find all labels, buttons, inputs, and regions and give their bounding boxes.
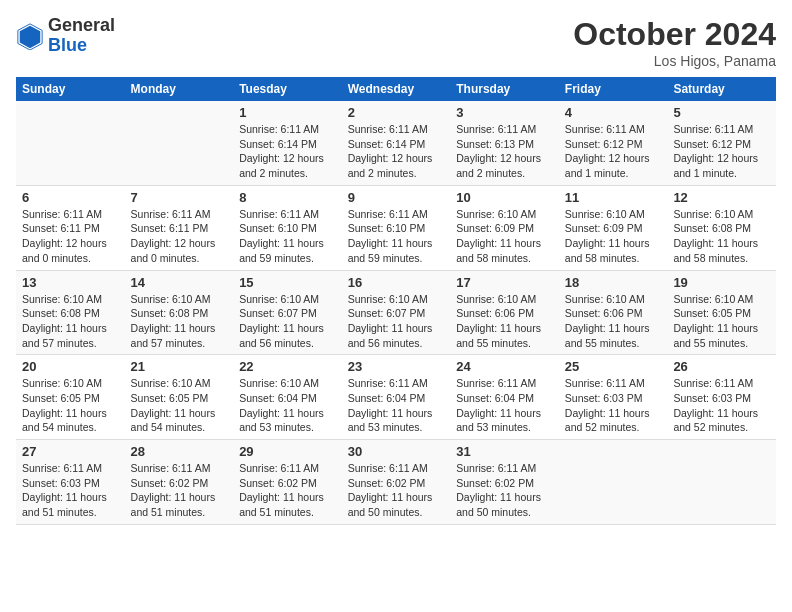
day-number: 16 xyxy=(348,275,445,290)
day-info: Sunrise: 6:11 AMSunset: 6:04 PMDaylight:… xyxy=(456,376,553,435)
day-info: Sunrise: 6:10 AMSunset: 6:08 PMDaylight:… xyxy=(22,292,119,351)
day-info: Sunrise: 6:10 AMSunset: 6:04 PMDaylight:… xyxy=(239,376,336,435)
day-number: 2 xyxy=(348,105,445,120)
calendar-cell: 21Sunrise: 6:10 AMSunset: 6:05 PMDayligh… xyxy=(125,355,234,440)
day-number: 4 xyxy=(565,105,662,120)
calendar-cell: 29Sunrise: 6:11 AMSunset: 6:02 PMDayligh… xyxy=(233,440,342,525)
day-number: 3 xyxy=(456,105,553,120)
calendar-cell: 1Sunrise: 6:11 AMSunset: 6:14 PMDaylight… xyxy=(233,101,342,185)
day-number: 7 xyxy=(131,190,228,205)
day-number: 21 xyxy=(131,359,228,374)
svg-marker-0 xyxy=(20,26,41,48)
calendar-week-row: 27Sunrise: 6:11 AMSunset: 6:03 PMDayligh… xyxy=(16,440,776,525)
calendar-cell: 13Sunrise: 6:10 AMSunset: 6:08 PMDayligh… xyxy=(16,270,125,355)
calendar-cell xyxy=(667,440,776,525)
calendar-cell: 12Sunrise: 6:10 AMSunset: 6:08 PMDayligh… xyxy=(667,185,776,270)
calendar-cell: 2Sunrise: 6:11 AMSunset: 6:14 PMDaylight… xyxy=(342,101,451,185)
calendar-cell xyxy=(16,101,125,185)
calendar-cell: 24Sunrise: 6:11 AMSunset: 6:04 PMDayligh… xyxy=(450,355,559,440)
day-info: Sunrise: 6:11 AMSunset: 6:02 PMDaylight:… xyxy=(348,461,445,520)
calendar-cell: 30Sunrise: 6:11 AMSunset: 6:02 PMDayligh… xyxy=(342,440,451,525)
day-info: Sunrise: 6:11 AMSunset: 6:03 PMDaylight:… xyxy=(22,461,119,520)
calendar-body: 1Sunrise: 6:11 AMSunset: 6:14 PMDaylight… xyxy=(16,101,776,524)
calendar-week-row: 6Sunrise: 6:11 AMSunset: 6:11 PMDaylight… xyxy=(16,185,776,270)
day-number: 14 xyxy=(131,275,228,290)
day-info: Sunrise: 6:11 AMSunset: 6:04 PMDaylight:… xyxy=(348,376,445,435)
day-info: Sunrise: 6:10 AMSunset: 6:06 PMDaylight:… xyxy=(565,292,662,351)
day-info: Sunrise: 6:11 AMSunset: 6:02 PMDaylight:… xyxy=(131,461,228,520)
calendar-cell: 16Sunrise: 6:10 AMSunset: 6:07 PMDayligh… xyxy=(342,270,451,355)
weekday-header: Saturday xyxy=(667,77,776,101)
day-number: 11 xyxy=(565,190,662,205)
calendar-cell: 5Sunrise: 6:11 AMSunset: 6:12 PMDaylight… xyxy=(667,101,776,185)
day-number: 27 xyxy=(22,444,119,459)
day-number: 5 xyxy=(673,105,770,120)
day-info: Sunrise: 6:10 AMSunset: 6:05 PMDaylight:… xyxy=(131,376,228,435)
day-number: 29 xyxy=(239,444,336,459)
day-number: 12 xyxy=(673,190,770,205)
day-info: Sunrise: 6:11 AMSunset: 6:12 PMDaylight:… xyxy=(565,122,662,181)
day-number: 22 xyxy=(239,359,336,374)
calendar-cell xyxy=(559,440,668,525)
day-number: 10 xyxy=(456,190,553,205)
day-number: 15 xyxy=(239,275,336,290)
title-block: October 2024 Los Higos, Panama xyxy=(573,16,776,69)
day-number: 31 xyxy=(456,444,553,459)
calendar-cell: 23Sunrise: 6:11 AMSunset: 6:04 PMDayligh… xyxy=(342,355,451,440)
calendar-week-row: 20Sunrise: 6:10 AMSunset: 6:05 PMDayligh… xyxy=(16,355,776,440)
day-number: 13 xyxy=(22,275,119,290)
day-info: Sunrise: 6:11 AMSunset: 6:14 PMDaylight:… xyxy=(348,122,445,181)
calendar-cell: 28Sunrise: 6:11 AMSunset: 6:02 PMDayligh… xyxy=(125,440,234,525)
weekday-header: Friday xyxy=(559,77,668,101)
calendar-cell: 14Sunrise: 6:10 AMSunset: 6:08 PMDayligh… xyxy=(125,270,234,355)
calendar-week-row: 1Sunrise: 6:11 AMSunset: 6:14 PMDaylight… xyxy=(16,101,776,185)
calendar-cell: 3Sunrise: 6:11 AMSunset: 6:13 PMDaylight… xyxy=(450,101,559,185)
day-info: Sunrise: 6:11 AMSunset: 6:03 PMDaylight:… xyxy=(673,376,770,435)
day-number: 26 xyxy=(673,359,770,374)
weekday-header: Monday xyxy=(125,77,234,101)
calendar-cell xyxy=(125,101,234,185)
day-number: 30 xyxy=(348,444,445,459)
day-info: Sunrise: 6:11 AMSunset: 6:02 PMDaylight:… xyxy=(456,461,553,520)
day-info: Sunrise: 6:11 AMSunset: 6:14 PMDaylight:… xyxy=(239,122,336,181)
logo: General Blue xyxy=(16,16,115,56)
calendar-cell: 7Sunrise: 6:11 AMSunset: 6:11 PMDaylight… xyxy=(125,185,234,270)
day-info: Sunrise: 6:10 AMSunset: 6:05 PMDaylight:… xyxy=(673,292,770,351)
calendar-week-row: 13Sunrise: 6:10 AMSunset: 6:08 PMDayligh… xyxy=(16,270,776,355)
page-header: General Blue October 2024 Los Higos, Pan… xyxy=(16,16,776,69)
day-info: Sunrise: 6:10 AMSunset: 6:09 PMDaylight:… xyxy=(565,207,662,266)
day-number: 17 xyxy=(456,275,553,290)
weekday-header: Thursday xyxy=(450,77,559,101)
day-info: Sunrise: 6:10 AMSunset: 6:09 PMDaylight:… xyxy=(456,207,553,266)
calendar-cell: 15Sunrise: 6:10 AMSunset: 6:07 PMDayligh… xyxy=(233,270,342,355)
calendar-cell: 22Sunrise: 6:10 AMSunset: 6:04 PMDayligh… xyxy=(233,355,342,440)
calendar-cell: 27Sunrise: 6:11 AMSunset: 6:03 PMDayligh… xyxy=(16,440,125,525)
day-info: Sunrise: 6:11 AMSunset: 6:02 PMDaylight:… xyxy=(239,461,336,520)
day-info: Sunrise: 6:11 AMSunset: 6:10 PMDaylight:… xyxy=(239,207,336,266)
day-number: 25 xyxy=(565,359,662,374)
day-info: Sunrise: 6:11 AMSunset: 6:11 PMDaylight:… xyxy=(22,207,119,266)
day-info: Sunrise: 6:11 AMSunset: 6:11 PMDaylight:… xyxy=(131,207,228,266)
logo-text: General Blue xyxy=(48,16,115,56)
day-number: 20 xyxy=(22,359,119,374)
day-info: Sunrise: 6:10 AMSunset: 6:07 PMDaylight:… xyxy=(239,292,336,351)
day-info: Sunrise: 6:11 AMSunset: 6:12 PMDaylight:… xyxy=(673,122,770,181)
calendar-cell: 4Sunrise: 6:11 AMSunset: 6:12 PMDaylight… xyxy=(559,101,668,185)
month-title: October 2024 xyxy=(573,16,776,53)
day-number: 23 xyxy=(348,359,445,374)
day-number: 9 xyxy=(348,190,445,205)
calendar-cell: 18Sunrise: 6:10 AMSunset: 6:06 PMDayligh… xyxy=(559,270,668,355)
calendar-cell: 31Sunrise: 6:11 AMSunset: 6:02 PMDayligh… xyxy=(450,440,559,525)
calendar-cell: 26Sunrise: 6:11 AMSunset: 6:03 PMDayligh… xyxy=(667,355,776,440)
weekday-header-row: SundayMondayTuesdayWednesdayThursdayFrid… xyxy=(16,77,776,101)
calendar-cell: 8Sunrise: 6:11 AMSunset: 6:10 PMDaylight… xyxy=(233,185,342,270)
day-number: 18 xyxy=(565,275,662,290)
day-info: Sunrise: 6:10 AMSunset: 6:08 PMDaylight:… xyxy=(131,292,228,351)
calendar-table: SundayMondayTuesdayWednesdayThursdayFrid… xyxy=(16,77,776,525)
logo-icon xyxy=(16,22,44,50)
calendar-cell: 10Sunrise: 6:10 AMSunset: 6:09 PMDayligh… xyxy=(450,185,559,270)
weekday-header: Sunday xyxy=(16,77,125,101)
calendar-cell: 6Sunrise: 6:11 AMSunset: 6:11 PMDaylight… xyxy=(16,185,125,270)
day-info: Sunrise: 6:11 AMSunset: 6:03 PMDaylight:… xyxy=(565,376,662,435)
weekday-header: Tuesday xyxy=(233,77,342,101)
